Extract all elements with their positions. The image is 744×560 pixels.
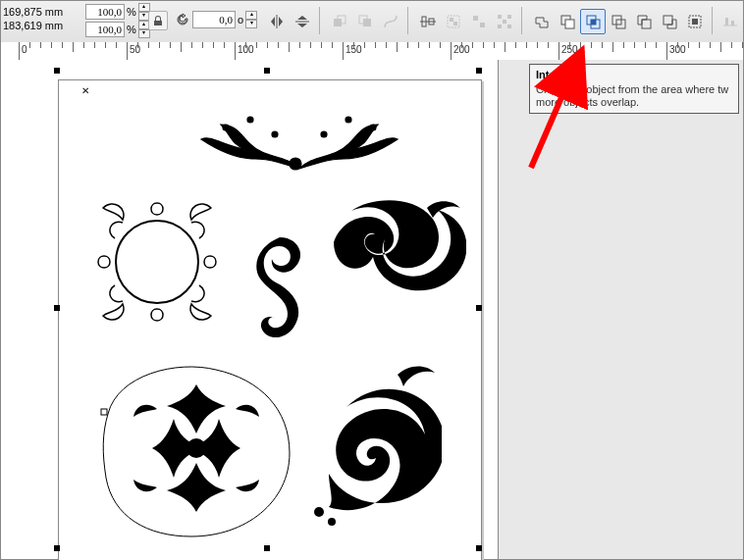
svg-point-42	[314, 507, 324, 517]
ornament-tall-flourish[interactable]	[304, 360, 442, 527]
scale-y-unit: %	[127, 24, 136, 35]
create-boundary-button[interactable]	[682, 9, 708, 34]
scale-x-unit: %	[127, 6, 136, 18]
ungroup-all-button[interactable]	[492, 9, 517, 34]
svg-point-38	[321, 131, 327, 137]
ruler-label: 50	[130, 44, 140, 55]
svg-point-43	[328, 518, 336, 526]
ornament-big-swirl[interactable]	[319, 198, 466, 306]
scale-y-input[interactable]	[85, 22, 125, 37]
rotation-input[interactable]	[192, 11, 236, 28]
svg-point-35	[272, 131, 278, 137]
separator	[521, 7, 522, 34]
selection-handle-w[interactable]	[54, 305, 60, 311]
trim-button[interactable]	[555, 9, 580, 34]
svg-point-34	[247, 117, 253, 123]
weld-button[interactable]	[529, 9, 555, 34]
svg-rect-16	[503, 20, 506, 24]
ruler-label: 0	[22, 44, 27, 55]
ornament-damask-with-outline[interactable]	[98, 355, 294, 541]
to-front-button[interactable]	[327, 9, 352, 34]
svg-rect-14	[498, 15, 502, 19]
separator	[407, 7, 408, 34]
tooltip-body-line2: more objects overlap.	[536, 96, 732, 109]
horizontal-ruler: 050100150200250300	[1, 42, 743, 61]
object-position: 169,875 mm 183,619 mm	[3, 5, 74, 32]
svg-rect-29	[692, 19, 698, 25]
tooltip: Intersect Create an object from the area…	[529, 64, 739, 114]
svg-point-36	[370, 125, 376, 130]
svg-rect-17	[498, 25, 502, 28]
back-minus-front-button[interactable]	[657, 9, 682, 34]
svg-rect-10	[450, 18, 453, 22]
scale-factor: % ▴▾ % ▴▾	[85, 3, 140, 38]
selection-handle-sw[interactable]	[54, 545, 60, 551]
svg-rect-11	[453, 22, 457, 25]
intersect-button[interactable]	[580, 9, 606, 34]
svg-rect-23	[591, 20, 596, 25]
svg-rect-13	[480, 23, 485, 27]
selection-handle-n[interactable]	[264, 68, 270, 74]
property-bar: 169,875 mm 183,619 mm % ▴▾ % ▴▾ o ▴▾	[1, 1, 743, 43]
vertical-ruler	[1, 60, 20, 559]
align-baseline-button[interactable]	[717, 9, 743, 34]
to-back-button[interactable]	[352, 9, 378, 34]
svg-rect-31	[725, 18, 728, 25]
lock-ratio-button[interactable]	[148, 11, 168, 30]
selection-handle-se[interactable]	[476, 545, 482, 551]
align-distribute-button[interactable]	[415, 9, 441, 34]
x-position: 169,875 mm	[3, 5, 74, 19]
drawing-area[interactable]: ✕	[19, 60, 743, 559]
svg-point-39	[116, 221, 198, 303]
svg-rect-18	[507, 25, 511, 28]
rotate-icon	[176, 13, 189, 26]
selection-handle-nw[interactable]	[54, 68, 60, 74]
svg-rect-15	[507, 15, 511, 19]
svg-rect-20	[565, 20, 574, 28]
svg-point-41	[186, 438, 206, 458]
front-minus-back-button[interactable]	[631, 9, 657, 34]
rotation-control: o ▴▾	[176, 11, 257, 28]
svg-rect-40	[101, 409, 107, 415]
ornament-vertical-swirl[interactable]	[240, 232, 319, 350]
selection-center-mark: ✕	[81, 85, 89, 96]
ornament-frame-circle[interactable]	[88, 193, 226, 331]
selection-handle-e[interactable]	[476, 305, 482, 311]
y-position: 183,619 mm	[3, 19, 74, 32]
separator	[319, 7, 320, 34]
svg-point-33	[223, 125, 229, 130]
separator	[712, 7, 713, 34]
page	[58, 79, 482, 560]
svg-rect-12	[473, 16, 478, 21]
selection-handle-ne[interactable]	[476, 68, 482, 74]
svg-rect-27	[664, 16, 672, 25]
ungroup-button[interactable]	[466, 9, 492, 34]
pasteboard-outside	[498, 60, 743, 559]
svg-rect-32	[731, 21, 734, 25]
scale-x-input[interactable]	[85, 4, 125, 20]
group-button[interactable]	[441, 9, 466, 34]
svg-point-37	[345, 117, 351, 123]
mirror-horizontal-button[interactable]	[264, 9, 290, 34]
convert-to-curves-button[interactable]	[378, 9, 403, 34]
rotation-unit: o	[238, 14, 243, 25]
simplify-button[interactable]	[606, 9, 631, 34]
tooltip-body-line1: Create an object from the area where tw	[536, 83, 732, 96]
tooltip-title: Intersect	[536, 69, 732, 81]
ornament-top-branch[interactable]	[196, 100, 402, 178]
rotation-spinner[interactable]: ▴▾	[245, 11, 257, 28]
mirror-vertical-button[interactable]	[290, 9, 315, 34]
svg-rect-26	[642, 20, 651, 28]
selection-handle-s[interactable]	[264, 545, 270, 551]
